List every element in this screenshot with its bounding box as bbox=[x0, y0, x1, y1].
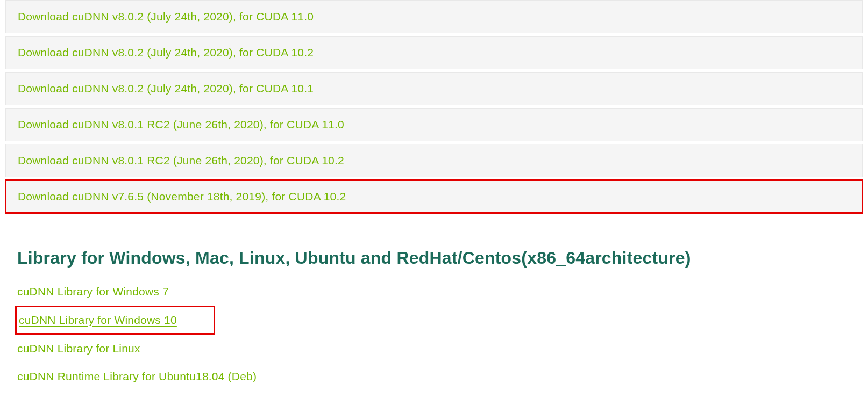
accordion-item-cudnn-7.6.5-cuda10.2[interactable]: Download cuDNN v7.6.5 (November 18th, 20… bbox=[5, 180, 863, 213]
accordion-item-cudnn-8.0.2-cuda10.2[interactable]: Download cuDNN v8.0.2 (July 24th, 2020),… bbox=[5, 36, 863, 69]
accordion-item-cudnn-8.0.1rc2-cuda11.0[interactable]: Download cuDNN v8.0.1 RC2 (June 26th, 20… bbox=[5, 108, 863, 141]
download-link-ubuntu1804-runtime-deb[interactable]: cuDNN Runtime Library for Ubuntu18.04 (D… bbox=[17, 363, 257, 391]
expanded-panel: Library for Windows, Mac, Linux, Ubuntu … bbox=[5, 216, 863, 396]
highlight-box-windows10: cuDNN Library for Windows 10 bbox=[15, 306, 215, 335]
download-link-windows10[interactable]: cuDNN Library for Windows 10 bbox=[17, 308, 209, 332]
accordion-list: Download cuDNN v8.0.2 (July 24th, 2020),… bbox=[0, 0, 868, 396]
accordion-item-cudnn-8.0.2-cuda10.1[interactable]: Download cuDNN v8.0.2 (July 24th, 2020),… bbox=[5, 72, 863, 105]
accordion-item-cudnn-8.0.2-cuda11.0[interactable]: Download cuDNN v8.0.2 (July 24th, 2020),… bbox=[5, 0, 863, 33]
accordion-item-cudnn-8.0.1rc2-cuda10.2[interactable]: Download cuDNN v8.0.1 RC2 (June 26th, 20… bbox=[5, 144, 863, 177]
section-heading-library-platforms: Library for Windows, Mac, Linux, Ubuntu … bbox=[17, 248, 851, 268]
download-link-windows7[interactable]: cuDNN Library for Windows 7 bbox=[17, 278, 169, 306]
download-link-linux[interactable]: cuDNN Library for Linux bbox=[17, 335, 140, 363]
